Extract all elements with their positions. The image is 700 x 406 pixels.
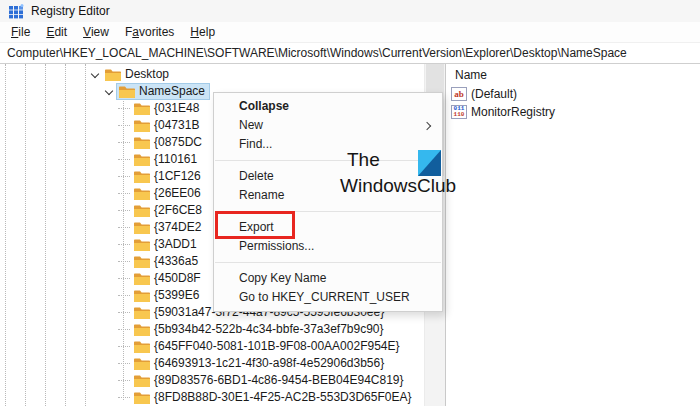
- string-value-icon: ab: [451, 87, 467, 101]
- tree-item-label: {89D83576-6BD1-4c86-9454-BEB04E94C819}: [154, 373, 404, 387]
- context-menu-item-go-to-hkey-current-user[interactable]: Go to HKEY_CURRENT_USER: [214, 288, 442, 307]
- tree-item-label: {8FD8B88D-30E1-4F25-AC2B-553D3D65F0EA}: [154, 390, 411, 404]
- context-menu-item-label: Permissions...: [239, 239, 314, 253]
- menubar-item-view[interactable]: View: [75, 23, 117, 41]
- folder-icon: [134, 323, 150, 336]
- tree-node[interactable]: {64693913-1c21-4f30-a98f-4e52906d3b56}: [131, 355, 389, 372]
- tree-node[interactable]: {2F6CE8: [131, 202, 207, 219]
- menu-bar: FileEditViewFavoritesHelp: [0, 22, 700, 42]
- folder-icon: [105, 68, 121, 81]
- context-menu-item-permissions[interactable]: Permissions...: [214, 237, 442, 256]
- folder-icon: [119, 85, 135, 98]
- tree-node[interactable]: {645FF040-5081-101B-9F08-00AA002F954E}: [131, 338, 405, 355]
- folder-icon: [134, 272, 150, 285]
- tree-node[interactable]: {8FD8B88D-30E1-4F25-AC2B-553D3D65F0EA}: [131, 389, 416, 406]
- window-title: Registry Editor: [31, 4, 110, 18]
- tree-item-label: {1CF126: [154, 169, 201, 183]
- tree-item-label: {110161: [154, 152, 197, 166]
- tree-item-64693913-1c21-4f30-a98f-[interactable]: {64693913-1c21-4f30-a98f-4e52906d3b56}: [0, 355, 445, 372]
- tree-item-label: {4336a5: [154, 254, 198, 268]
- tree-node[interactable]: NameSpace: [116, 83, 210, 100]
- tree-node[interactable]: {0875DC: [131, 134, 207, 151]
- dword-value-icon: 011110: [451, 105, 467, 119]
- context-menu-item-label: Delete: [239, 169, 274, 183]
- context-menu-item-new[interactable]: New: [214, 116, 442, 135]
- tree-node[interactable]: {110161: [131, 151, 202, 168]
- tree-item-89d83576-6bd1-4c86-9454-[interactable]: {89D83576-6BD1-4c86-9454-BEB04E94C819}: [0, 372, 445, 389]
- context-menu-item-label: Go to HKEY_CURRENT_USER: [239, 290, 410, 304]
- tree-item-label: {5b934b42-522b-4c34-bbfe-37a3ef7b9c90}: [154, 322, 384, 336]
- address-bar[interactable]: Computer\HKEY_LOCAL_MACHINE\SOFTWARE\Mic…: [0, 42, 700, 64]
- tree-item-5b934b42-522b-4c34-bbfe-[interactable]: {5b934b42-522b-4c34-bbfe-37a3ef7b9c90}: [0, 321, 445, 338]
- context-menu-item-export[interactable]: Export: [214, 218, 442, 237]
- menubar-item-favorites[interactable]: Favorites: [117, 23, 182, 41]
- tree-node[interactable]: {89D83576-6BD1-4c86-9454-BEB04E94C819}: [131, 372, 409, 389]
- tree-connector: [118, 193, 130, 194]
- tree-item-label: {645FF040-5081-101B-9F08-00AA002F954E}: [154, 339, 400, 353]
- tree-node[interactable]: {04731B: [131, 117, 204, 134]
- watermark: The WindowsClub: [340, 147, 456, 199]
- context-menu-item-label: New: [239, 118, 263, 132]
- folder-icon: [134, 221, 150, 234]
- folder-icon: [134, 306, 150, 319]
- tree-connector: [118, 159, 130, 160]
- pane-divider[interactable]: [445, 64, 446, 406]
- tree-node[interactable]: {031E48: [131, 100, 204, 117]
- chevron-right-icon: [423, 122, 431, 130]
- tree-connector: [118, 176, 130, 177]
- value-row[interactable]: ab (Default): [451, 85, 700, 103]
- tree-node[interactable]: {3ADD1: [131, 236, 202, 253]
- chevron-down-icon[interactable]: [102, 85, 116, 99]
- tree-connector: [118, 125, 130, 126]
- tree-item-label: {450D8F: [154, 271, 201, 285]
- tree-node[interactable]: {4336a5: [131, 253, 203, 270]
- folder-icon: [134, 391, 150, 404]
- tree-item-label: {0875DC: [154, 135, 202, 149]
- context-menu-item-copy-key-name[interactable]: Copy Key Name: [214, 269, 442, 288]
- title-bar: Registry Editor: [0, 0, 700, 22]
- tree-node[interactable]: Desktop: [102, 66, 174, 83]
- context-menu-item-label: Find...: [239, 137, 272, 151]
- column-header-name[interactable]: Name: [447, 64, 700, 85]
- tree-node[interactable]: {5b934b42-522b-4c34-bbfe-37a3ef7b9c90}: [131, 321, 389, 338]
- tree-item-desktop[interactable]: Desktop: [0, 66, 445, 83]
- value-name: MonitorRegistry: [471, 105, 555, 119]
- tree-item-label: {031E48: [154, 101, 199, 115]
- tree-node[interactable]: {450D8F: [131, 270, 206, 287]
- folder-icon: [134, 374, 150, 387]
- tree-connector: [118, 329, 130, 330]
- tree-item-645ff040-5081-101b-9f08-[interactable]: {645FF040-5081-101B-9F08-00AA002F954E}: [0, 338, 445, 355]
- menubar-item-edit[interactable]: Edit: [38, 23, 75, 41]
- folder-icon: [134, 153, 150, 166]
- tree-item-8fd8b88d-30e1-4f25-ac2b-[interactable]: {8FD8B88D-30E1-4F25-AC2B-553D3D65F0EA}: [0, 389, 445, 406]
- context-menu-item-collapse[interactable]: Collapse: [214, 97, 442, 116]
- tree-connector: [118, 244, 130, 245]
- tree-item-label: Desktop: [125, 67, 169, 81]
- folder-icon: [134, 289, 150, 302]
- folder-icon: [134, 340, 150, 353]
- tree-node[interactable]: {5399E6: [131, 287, 204, 304]
- tree-connector: [118, 295, 130, 296]
- context-menu-separator: [215, 262, 441, 263]
- tree-connector: [118, 312, 130, 313]
- context-menu-item-label: Copy Key Name: [239, 271, 326, 285]
- tree-item-label: {2F6CE8: [154, 203, 202, 217]
- folder-icon: [134, 357, 150, 370]
- folder-icon: [134, 238, 150, 251]
- windowsclub-logo-icon: [418, 150, 441, 176]
- context-menu-item-label: Rename: [239, 188, 284, 202]
- registry-editor-icon: [9, 4, 24, 19]
- tree-node[interactable]: {374DE2: [131, 219, 206, 236]
- tree-connector: [118, 397, 130, 398]
- folder-icon: [134, 136, 150, 149]
- values-pane[interactable]: Name ab (Default) 011110 MonitorRegistry: [447, 64, 700, 406]
- tree-node[interactable]: {26EE06: [131, 185, 206, 202]
- tree-item-label: {374DE2: [154, 220, 201, 234]
- menubar-item-file[interactable]: File: [3, 23, 38, 41]
- tree-item-label: {64693913-1c21-4f30-a98f-4e52906d3b56}: [154, 356, 384, 370]
- menubar-item-help[interactable]: Help: [182, 23, 223, 41]
- tree-connector: [118, 227, 130, 228]
- value-row[interactable]: 011110 MonitorRegistry: [451, 103, 700, 121]
- tree-node[interactable]: {1CF126: [131, 168, 206, 185]
- chevron-down-icon[interactable]: [88, 68, 102, 82]
